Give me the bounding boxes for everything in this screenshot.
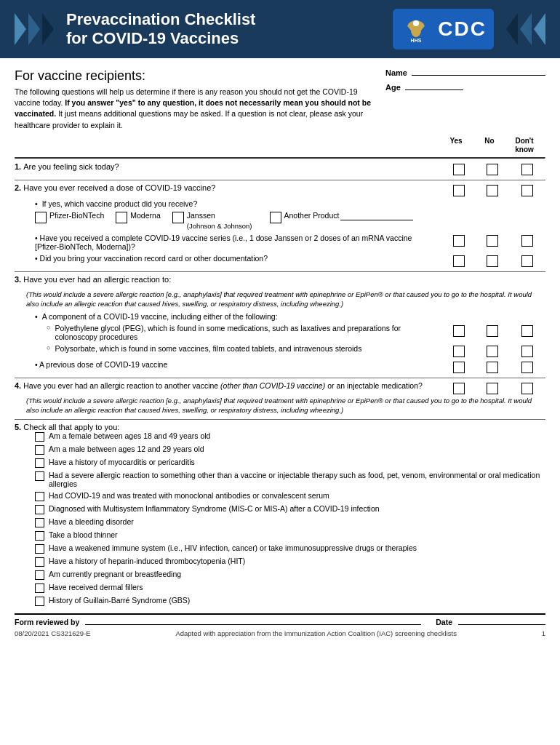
check-11-box[interactable] xyxy=(35,583,44,593)
q3-prev-yes[interactable] xyxy=(442,362,476,373)
question-5: 5. Check all that apply to you: Am a fem… xyxy=(15,423,545,606)
q3-prev-no[interactable] xyxy=(476,362,509,373)
moderna-checkbox[interactable] xyxy=(116,212,127,223)
q2-sub2-boxes xyxy=(442,254,545,267)
another-product-label: Another Product xyxy=(284,211,340,220)
top-section: For vaccine recipients: The following qu… xyxy=(15,68,545,131)
check-6-box[interactable] xyxy=(35,518,44,527)
check-item-11: Have received dermal fillers xyxy=(35,583,545,593)
question-4: 4. Have you ever had an allergic reactio… xyxy=(15,381,545,415)
q2s1-yes-box[interactable] xyxy=(442,235,476,247)
q3-prev-dk[interactable] xyxy=(509,362,545,373)
age-label: Age xyxy=(385,83,401,92)
question-4-text: 4. Have you ever had an allergic reactio… xyxy=(15,381,442,390)
header: Prevaccination Checklist for COVID-19 Va… xyxy=(0,0,560,58)
q5-check-items: Am a female between ages 18 and 49 years… xyxy=(15,431,545,606)
check-5-box[interactable] xyxy=(35,505,44,514)
janssen-checkbox[interactable] xyxy=(172,212,184,223)
q4-no-box[interactable] xyxy=(476,383,509,394)
question-4-row: 4. Have you ever had an allergic reactio… xyxy=(15,381,545,394)
q3-poly-no[interactable] xyxy=(476,346,509,357)
header-chevrons-right xyxy=(504,13,545,45)
question-2: 2. Have you ever received a dose of COVI… xyxy=(15,183,545,267)
check-item-9: Have a history of heparin-induced thromb… xyxy=(35,557,545,567)
check-12-box[interactable] xyxy=(35,597,44,606)
name-age-section: Name Age xyxy=(385,68,545,131)
cdc-text: CDC xyxy=(438,17,487,41)
chevron-icon xyxy=(42,13,54,45)
cdc-eagle-icon: HHS xyxy=(400,13,432,45)
signature-line xyxy=(85,624,421,625)
check-1-box[interactable] xyxy=(35,445,44,455)
vaccine-moderna: Moderna xyxy=(116,211,160,223)
check-2-box[interactable] xyxy=(35,458,44,468)
question-1-boxes xyxy=(442,162,545,175)
q2-no-box[interactable] xyxy=(476,185,509,196)
check-4-box[interactable] xyxy=(35,492,44,501)
check-item-1: Am a male between ages 12 and 29 years o… xyxy=(35,445,545,455)
recipient-intro: For vaccine recipients: The following qu… xyxy=(15,68,371,131)
title-line1: Prevaccination Checklist xyxy=(66,10,255,28)
q3-sub2-boxes xyxy=(442,360,545,373)
name-row: Name xyxy=(385,68,545,77)
check-3-box[interactable] xyxy=(35,471,44,481)
q3-italic-note: (This would include a severe allergic re… xyxy=(26,290,545,309)
date-label: Date xyxy=(436,618,452,626)
vaccine-pfizer: Pfizer-BioNTech xyxy=(35,211,104,223)
q3-sub2: A previous dose of COVID-19 vaccine xyxy=(15,360,545,373)
q3-peg-no[interactable] xyxy=(476,325,509,337)
form-reviewed-label: Form reviewed by xyxy=(15,618,79,626)
svg-text:HHS: HHS xyxy=(411,38,422,43)
q2s2-dk-box[interactable] xyxy=(509,255,545,267)
another-product-checkbox[interactable] xyxy=(270,212,281,223)
check-7-box[interactable] xyxy=(35,531,44,541)
q3-circle-peg: Polyethylene glycol (PEG), which is foun… xyxy=(47,324,545,341)
title-line2: for COVID-19 Vaccines xyxy=(66,29,239,47)
q3-poly-yes[interactable] xyxy=(442,346,476,357)
q1-yes-box[interactable] xyxy=(442,164,476,175)
recipient-body: The following questions will help us det… xyxy=(15,87,371,131)
age-row: Age xyxy=(385,83,545,92)
question-4-boxes xyxy=(442,381,545,394)
footer-page-number: 1 xyxy=(542,629,545,637)
check-item-5: Diagnosed with Multisystem Inflammatory … xyxy=(35,504,545,514)
q2s2-yes-box[interactable] xyxy=(442,255,476,267)
footer-form-number: 08/20/2021 CS321629-E xyxy=(15,629,91,637)
question-3-text: 3. Have you ever had an allergic reactio… xyxy=(15,275,442,284)
check-10-box[interactable] xyxy=(35,570,44,580)
header-chevrons-left xyxy=(15,13,56,45)
vaccine-options: Pfizer-BioNTech Moderna Janssen(Johnson … xyxy=(35,211,545,231)
q3-peg-yes[interactable] xyxy=(442,325,476,337)
q1-dk-box[interactable] xyxy=(509,164,545,175)
question-1-row: 1. Are you feeling sick today? xyxy=(15,162,545,175)
check-item-12: History of Guillain-Barré Syndrome (GBS) xyxy=(35,596,545,606)
q4-note: (This would include a severe allergic re… xyxy=(26,396,545,415)
no-header: No xyxy=(473,137,506,154)
check-9-box[interactable] xyxy=(35,557,44,567)
footer-attribution: Adapted with appreciation from the Immun… xyxy=(175,629,457,637)
pfizer-checkbox[interactable] xyxy=(35,212,47,223)
q4-dk-box[interactable] xyxy=(509,383,545,394)
q2s1-no-box[interactable] xyxy=(476,235,509,247)
check-item-6: Have a bleeding disorder xyxy=(35,517,545,527)
q3-peg-boxes xyxy=(442,324,545,337)
check-0-box[interactable] xyxy=(35,432,44,442)
question-5-row: 5. Check all that apply to you: xyxy=(15,423,545,431)
q3-circle-poly: Polysorbate, which is found in some vacc… xyxy=(47,344,545,357)
name-label: Name xyxy=(385,68,407,77)
q4-yes-box[interactable] xyxy=(442,383,476,394)
q2-yes-box[interactable] xyxy=(442,185,476,196)
column-headers: Yes No Don't know xyxy=(15,137,545,154)
check-8-box[interactable] xyxy=(35,544,44,554)
q2-dk-box[interactable] xyxy=(509,185,545,196)
q3-peg-dk[interactable] xyxy=(509,325,545,337)
q3-poly-dk[interactable] xyxy=(509,346,545,357)
q1-no-box[interactable] xyxy=(476,164,509,175)
q3-sub1: A component of a COVID-19 vaccine, inclu… xyxy=(35,312,545,321)
question-2-boxes xyxy=(442,183,545,196)
check-item-4: Had COVID-19 and was treated with monocl… xyxy=(35,491,545,501)
q2s1-dk-box[interactable] xyxy=(509,235,545,247)
q2s2-no-box[interactable] xyxy=(476,255,509,267)
q2-sub2: Did you bring your vaccination record ca… xyxy=(15,254,545,267)
vaccine-janssen: Janssen(Johnson & Johnson) xyxy=(172,211,252,231)
